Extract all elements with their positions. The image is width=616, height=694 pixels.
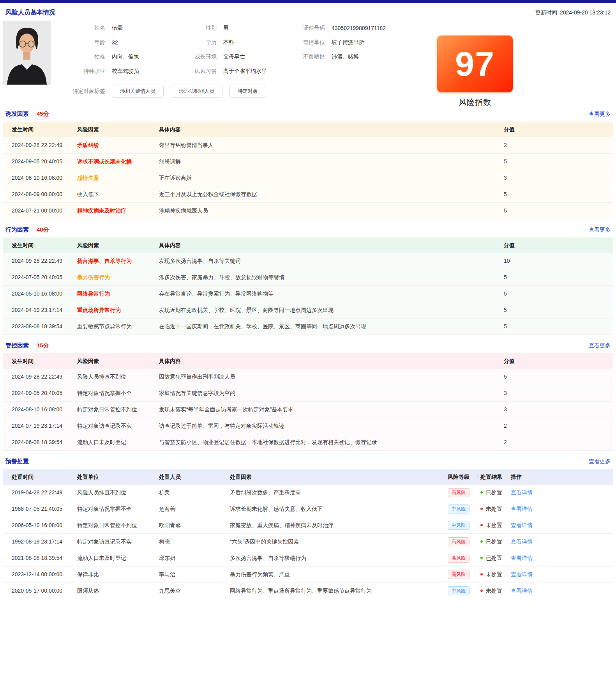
cell-score: 5 xyxy=(501,189,613,199)
table-row: 2024-09-05 20:40:05诉求不满或长期未化解纠纷调解5 xyxy=(3,154,613,170)
section-trigger: 诱发因素45分查看更多发生时间风险因素具体内容分值2024-09-28 22:2… xyxy=(3,106,613,219)
table-row: 2024-07-19 23:17:14特定对象访查记录不实访查记录过于简单、雷同… xyxy=(3,418,613,434)
section-header: 诱发因素45分查看更多 xyxy=(3,106,613,122)
factor-table: 发生时间风险因素具体内容分值2024-09-28 22:22:49风险人员排查不… xyxy=(3,353,613,451)
status-dot xyxy=(480,540,483,543)
field-value: 坡子街派出所 xyxy=(332,39,364,46)
view-detail-link[interactable]: 查看详情 xyxy=(511,506,533,512)
page-title: 风险人员基本情况 xyxy=(5,9,55,17)
result-text: 已处置 xyxy=(486,538,502,545)
cell-time: 2024-05-10 16:08:00 xyxy=(3,289,74,299)
field-label: 特种职业 xyxy=(55,68,105,75)
table-row: 1992-08-19 23:17:14特定对象访查记录不实柯晓“六失”诱因中的关… xyxy=(3,534,613,550)
person-photo-illustration xyxy=(3,21,51,85)
column-header: 分值 xyxy=(501,240,613,250)
cell-risk-level: 高风险 xyxy=(445,568,477,581)
view-detail-link[interactable]: 查看详情 xyxy=(511,571,533,577)
profile-field: 年龄32 xyxy=(55,35,184,50)
view-detail-link[interactable]: 查看详情 xyxy=(511,489,533,496)
view-more-link[interactable]: 查看更多 xyxy=(589,342,611,349)
view-more-link[interactable]: 查看更多 xyxy=(589,227,611,234)
subject-tag: 涉违法犯罪人员 xyxy=(171,85,222,98)
cell-score: 5 xyxy=(501,272,613,282)
profile-field: 成长环境父母早亡 xyxy=(184,50,301,64)
cell-score: 5 xyxy=(501,289,613,299)
subject-tag: 涉相关警情人员 xyxy=(112,85,164,98)
cell-person: 九思美空 xyxy=(156,586,227,596)
factor-sections: 诱发因素45分查看更多发生时间风险因素具体内容分值2024-09-28 22:2… xyxy=(3,106,613,451)
table-row: 2024-09-28 22:22:49扬言滋事、自杀等行为发现多次扬言滋事、自杀… xyxy=(3,253,613,269)
disposal-table: 处置时间处置单位处置人员处置因素风险等级处置结果操作2019-04-28 22:… xyxy=(3,469,613,599)
cell-unit: 眼须从热 xyxy=(74,586,156,596)
cell-factor: 多次扬言滋事、自杀等极端行为 xyxy=(227,553,445,563)
table-row: 2024-08-10 16:08:00特定对象日常管控不到位发现未落实“每半年全… xyxy=(3,402,613,418)
profile-field: 特种职业校车驾驶员 xyxy=(55,64,184,78)
cell-unit: 流动人口未及时登记 xyxy=(74,553,156,563)
cell-factor: 家庭变故、重大疾病、精神疾病未及时治疗 xyxy=(227,520,445,530)
cell-factor: 暴力伤害行为频繁、严重 xyxy=(227,569,445,579)
view-detail-link[interactable]: 查看详情 xyxy=(511,588,533,594)
cell-time: 2024-08-10 16:08:00 xyxy=(3,173,74,183)
section-title: 行为因素 xyxy=(5,226,29,234)
profile-field-column: 姓名伍豪年龄32性格内向、偏执特种职业校车驾驶员 xyxy=(55,21,184,78)
profile-fields: 姓名伍豪年龄32性格内向、偏执特种职业校车驾驶员性别男学历本科成长环境父母早亡民… xyxy=(55,21,613,78)
cell-result: 已处置 xyxy=(477,487,508,497)
column-header: 分值 xyxy=(501,356,613,366)
table-header-row: 发生时间风险因素具体内容分值 xyxy=(3,237,613,253)
cell-result: 未处置 xyxy=(477,586,508,596)
status-dot xyxy=(480,557,483,559)
column-header: 处置时间 xyxy=(3,472,74,482)
cell-time: 2024-07-21 00:00:00 xyxy=(3,205,74,216)
cell-time: 2024-07-19 23:17:14 xyxy=(3,421,74,431)
column-header: 具体内容 xyxy=(156,124,501,135)
cell-unit: 特定对象情况掌握不全 xyxy=(74,504,156,514)
cell-risk-factor: 特定对象日常管控不到位 xyxy=(74,404,156,414)
page-header: 风险人员基本情况 更新时间 2024-09-20 13:23:12 xyxy=(3,3,613,19)
view-more-link[interactable]: 查看更多 xyxy=(589,458,611,465)
cell-person: 欧阳青馨 xyxy=(156,520,227,530)
field-value: 430502199809171182 xyxy=(332,25,386,31)
cell-action: 查看详情 xyxy=(508,487,613,497)
cell-factor: “六失”诱因中的关键失控因素 xyxy=(227,536,445,547)
cell-time: 1988-07-05 21:40:05 xyxy=(3,504,74,514)
profile-panel: 姓名伍豪年龄32性格内向、偏执特种职业校车驾驶员性别男学历本科成长环境父母早亡民… xyxy=(3,19,613,103)
status-dot xyxy=(480,524,483,526)
section-title: 预警处置 xyxy=(5,458,29,465)
cell-result: 未处置 xyxy=(477,504,508,514)
cell-action: 查看详情 xyxy=(508,520,613,530)
cell-risk-factor: 矛盾纠纷 xyxy=(74,140,156,150)
table-row: 2021-08-08 18:39:54流动人口未及时登记邱东妍多次扬言滋事、自杀… xyxy=(3,550,613,567)
cell-time: 2024-04-19 23:17:14 xyxy=(3,305,74,315)
cell-time: 2024-07-05 20:40:05 xyxy=(3,272,74,282)
view-detail-link[interactable]: 查看详情 xyxy=(511,522,533,528)
profile-field: 姓名伍豪 xyxy=(55,21,184,35)
field-label: 年龄 xyxy=(55,39,105,46)
profile-field: 证件号码430502199809171182 xyxy=(301,21,464,35)
tags-label: 特定对象标签 xyxy=(55,88,105,95)
cell-person: 危海善 xyxy=(156,504,227,514)
cell-risk-factor: 网络异常行为 xyxy=(74,289,156,299)
cell-time: 2024-06-08 18:39:54 xyxy=(3,437,74,447)
section-title: 管控因素 xyxy=(5,342,29,349)
cell-risk-factor: 重要敏感节点异常行为 xyxy=(74,321,156,331)
result-text: 已处置 xyxy=(486,489,502,496)
field-label: 管控单位 xyxy=(301,39,325,46)
cell-score: 5 xyxy=(501,156,613,166)
risk-score-widget: 97 风险指数 xyxy=(437,35,513,108)
table-header-row: 发生时间风险因素具体内容分值 xyxy=(3,122,613,137)
cell-time: 2024-09-05 20:40:05 xyxy=(3,156,74,166)
cell-score: 3 xyxy=(501,388,613,398)
view-more-link[interactable]: 查看更多 xyxy=(589,111,611,118)
risk-level-badge: 高风险 xyxy=(448,488,470,497)
cell-content: 纠纷调解 xyxy=(156,156,501,166)
field-value: 32 xyxy=(112,39,118,46)
factor-table: 发生时间风险因素具体内容分值2024-09-28 22:22:49矛盾纠纷邻里等… xyxy=(3,122,613,219)
profile-field: 民风习俗高于全省平均水平 xyxy=(184,64,301,78)
cell-content: 近三个月及以上无公积金或社保缴存数据 xyxy=(156,189,501,199)
column-header: 发生时间 xyxy=(3,240,74,250)
cell-risk-factor: 扬言滋事、自杀等行为 xyxy=(74,256,156,266)
view-detail-link[interactable]: 查看详情 xyxy=(511,538,533,545)
view-detail-link[interactable]: 查看详情 xyxy=(511,555,533,561)
cell-result: 已处置 xyxy=(477,536,508,547)
cell-content: 与智慧安防小区、物业登记居住数据，本地社保数据进行比对，发现有相关登记、缴存记录 xyxy=(156,437,501,447)
